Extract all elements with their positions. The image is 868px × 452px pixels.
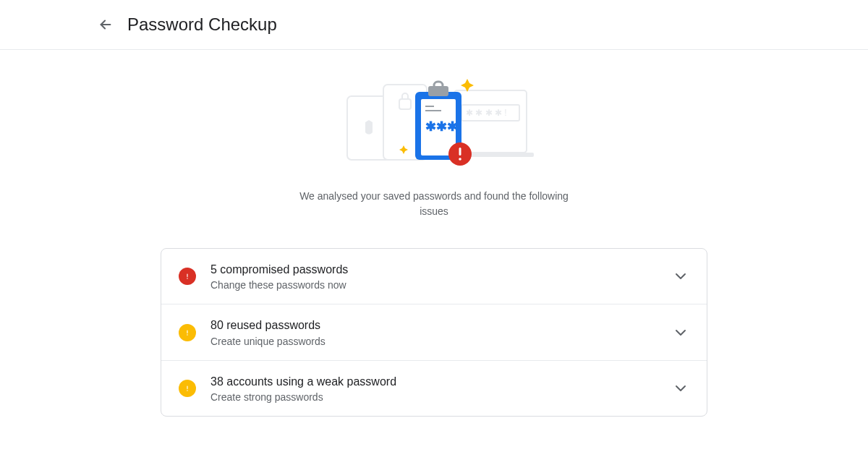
- svg-rect-24: [187, 385, 187, 389]
- issue-title: 5 compromised passwords: [210, 262, 658, 278]
- hero-subtitle: We analysed your saved passwords and fou…: [289, 189, 579, 219]
- issue-row-reused[interactable]: 80 reused passwords Create unique passwo…: [161, 304, 707, 359]
- chevron-down-icon: [672, 380, 689, 397]
- main-content: ✱ ✱ ✱ ✱ ! ✱✱✱ We analysed your saved pas…: [161, 50, 707, 417]
- issue-body: 38 accounts using a weak password Create…: [210, 374, 658, 403]
- back-button[interactable]: [97, 16, 114, 33]
- svg-point-23: [187, 334, 188, 336]
- svg-rect-22: [187, 330, 187, 333]
- warning-icon: [179, 324, 196, 341]
- svg-point-21: [187, 278, 188, 279]
- header: Password Checkup: [0, 0, 868, 50]
- svg-rect-18: [459, 148, 461, 155]
- issue-title: 80 reused passwords: [210, 317, 658, 333]
- issue-row-weak[interactable]: 38 accounts using a weak password Create…: [161, 360, 707, 416]
- issue-subtitle: Create strong passwords: [210, 391, 658, 403]
- issues-card: 5 compromised passwords Change these pas…: [161, 248, 707, 417]
- svg-text:✱✱✱: ✱✱✱: [425, 119, 458, 134]
- svg-rect-12: [428, 86, 448, 96]
- svg-rect-20: [187, 274, 187, 278]
- issue-row-compromised[interactable]: 5 compromised passwords Change these pas…: [161, 249, 707, 304]
- issue-subtitle: Change these passwords now: [210, 279, 658, 291]
- svg-point-25: [187, 390, 188, 391]
- svg-rect-13: [434, 82, 443, 89]
- svg-point-19: [459, 158, 461, 161]
- chevron-down-icon: [672, 268, 689, 285]
- svg-text:✱ ✱ ✱ ✱ !: ✱ ✱ ✱ ✱ !: [466, 108, 507, 118]
- hero: ✱ ✱ ✱ ✱ ! ✱✱✱ We analysed your saved pas…: [161, 67, 707, 219]
- chevron-down-icon: [672, 324, 689, 341]
- issue-title: 38 accounts using a weak password: [210, 374, 658, 390]
- issue-body: 5 compromised passwords Change these pas…: [210, 262, 658, 291]
- alert-icon: [179, 268, 196, 285]
- issue-subtitle: Create unique passwords: [210, 336, 658, 347]
- hero-illustration: ✱ ✱ ✱ ✱ ! ✱✱✱: [326, 67, 542, 176]
- warning-icon: [179, 380, 196, 397]
- page-title: Password Checkup: [127, 14, 277, 35]
- issue-body: 80 reused passwords Create unique passwo…: [210, 317, 658, 346]
- arrow-left-icon: [98, 17, 114, 33]
